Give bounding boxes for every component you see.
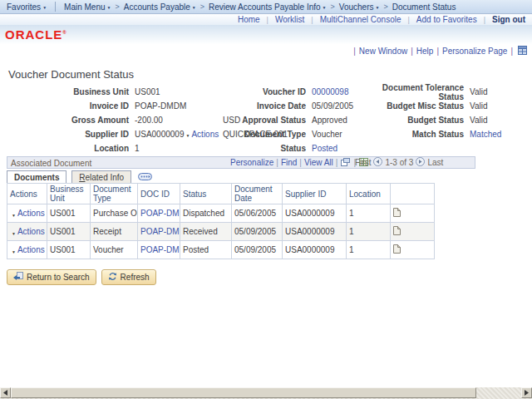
breadcrumb-review-ap-info[interactable]: Review Accounts Payable Info▼ bbox=[209, 2, 326, 12]
document-report-icon[interactable] bbox=[393, 209, 401, 219]
separator: | bbox=[484, 16, 485, 24]
add-to-favorites-link[interactable]: Add to Favorites bbox=[416, 15, 477, 24]
multichannel-console-link[interactable]: MultiChannel Console bbox=[320, 15, 401, 24]
personalize-link[interactable]: Personalize bbox=[230, 156, 273, 169]
supplier-actions-dropdown-icon[interactable]: ▼ bbox=[186, 133, 190, 138]
col-status: Status bbox=[180, 184, 232, 204]
view-all-link[interactable]: View All bbox=[304, 156, 333, 169]
row-actions-link[interactable]: Actions bbox=[17, 209, 45, 218]
col-doc-id: DOC ID bbox=[138, 184, 180, 204]
document-tolerance-status-value: Valid bbox=[470, 87, 488, 96]
return-to-search-icon bbox=[13, 272, 23, 283]
col-location: Location bbox=[347, 184, 391, 204]
section-header: Associated Document Personalize | Find |… bbox=[7, 156, 475, 169]
separator: | bbox=[436, 47, 439, 56]
footer-buttons: Return to Search Refresh bbox=[7, 269, 156, 285]
find-link[interactable]: Find bbox=[281, 156, 297, 169]
row-actions-dropdown-icon[interactable]: ▼ bbox=[12, 231, 16, 236]
voucher-id-link[interactable]: 00000098 bbox=[312, 87, 349, 96]
document-report-icon[interactable] bbox=[393, 246, 401, 255]
budget-misc-status-label: Budget Misc Status bbox=[361, 101, 464, 111]
status-link[interactable]: Posted bbox=[312, 144, 337, 153]
tab-related-info[interactable]: Related Info bbox=[71, 170, 131, 183]
help-link[interactable]: Help bbox=[416, 47, 434, 56]
grid-toolbar: Personalize | Find | View All | | bbox=[230, 157, 369, 168]
home-link[interactable]: Home bbox=[238, 15, 260, 24]
previous-row-icon[interactable] bbox=[373, 157, 382, 170]
breadcrumb-separator: > bbox=[331, 2, 335, 11]
doc-id-link[interactable]: POAP-DM bbox=[140, 245, 180, 254]
invoice-date-label: Invoice Date bbox=[226, 101, 306, 111]
approval-status-label: Approval Status bbox=[226, 116, 306, 125]
separator: | bbox=[276, 156, 278, 169]
doc-id-link[interactable]: POAP-DM bbox=[140, 209, 180, 218]
supplier-actions-link[interactable]: Actions bbox=[191, 130, 219, 139]
table-row: ▼Actions US001 Purchase Order POAP-DM Di… bbox=[7, 204, 435, 223]
fields-column-2: Voucher ID00000098 Invoice Date05/09/200… bbox=[226, 85, 366, 155]
cell-location: 1 bbox=[347, 204, 391, 223]
location-label: Location bbox=[7, 144, 129, 153]
business-unit-value: US001 bbox=[135, 87, 160, 96]
horizontal-scrollbar[interactable] bbox=[0, 387, 532, 399]
document-report-icon[interactable] bbox=[393, 228, 401, 237]
personalize-page-link[interactable]: Personalize Page bbox=[442, 47, 507, 56]
col-actions: Actions bbox=[7, 184, 47, 204]
pager-first-label[interactable]: First bbox=[355, 156, 371, 169]
gross-amount-label: Gross Amount bbox=[7, 116, 129, 125]
show-all-columns-icon[interactable] bbox=[138, 173, 152, 182]
breadcrumb-separator: > bbox=[383, 2, 387, 11]
associated-document-section: Associated Document Personalize | Find |… bbox=[7, 156, 475, 259]
cell-business-unit: US001 bbox=[47, 223, 91, 241]
chevron-down-icon: ▼ bbox=[42, 5, 47, 10]
cell-supplier-id: USA0000009 bbox=[283, 223, 347, 241]
cell-status: Posted bbox=[180, 241, 232, 259]
col-document-type: Document Type bbox=[91, 184, 138, 204]
favorites-menu[interactable]: Favorites▼ bbox=[7, 2, 47, 12]
scrollbar-thumb[interactable] bbox=[11, 387, 476, 398]
budget-misc-status-value: Valid bbox=[470, 101, 488, 111]
return-to-search-button[interactable]: Return to Search bbox=[7, 269, 96, 285]
cell-document-date: 05/09/2005 bbox=[232, 241, 283, 259]
personalize-layout-icon[interactable] bbox=[518, 46, 527, 57]
zoom-popup-icon[interactable] bbox=[341, 157, 350, 170]
pager-last-label[interactable]: Last bbox=[427, 156, 443, 169]
cell-status: Dispatched bbox=[180, 204, 232, 223]
utility-nav: Home | Worklist | MultiChannel Console |… bbox=[0, 14, 532, 25]
col-report-icon bbox=[391, 184, 435, 204]
budget-status-value: Valid bbox=[470, 116, 488, 125]
cell-location: 1 bbox=[347, 241, 391, 259]
separator: | bbox=[411, 47, 413, 56]
invoice-date-value: 05/09/2005 bbox=[312, 101, 353, 111]
scroll-left-button[interactable] bbox=[0, 387, 11, 398]
row-actions-dropdown-icon[interactable]: ▼ bbox=[12, 249, 16, 254]
scroll-right-button[interactable] bbox=[521, 387, 532, 398]
separator: | bbox=[311, 16, 313, 24]
cell-document-type: Purchase Order bbox=[91, 204, 138, 223]
chevron-down-icon: ▼ bbox=[376, 5, 380, 10]
cell-document-type: Voucher bbox=[91, 241, 138, 259]
row-actions-link[interactable]: Actions bbox=[17, 245, 45, 254]
sign-out-link[interactable]: Sign out bbox=[492, 15, 525, 24]
breadcrumb-main-menu[interactable]: Main Menu▼ bbox=[64, 2, 111, 12]
separator: | bbox=[299, 156, 302, 169]
col-supplier-id: Supplier ID bbox=[283, 184, 347, 204]
voucher-id-label: Voucher ID bbox=[226, 87, 306, 96]
row-actions-link[interactable]: Actions bbox=[17, 227, 45, 236]
cell-supplier-id: USA0000009 bbox=[283, 204, 347, 223]
match-status-link[interactable]: Matched bbox=[470, 130, 501, 139]
worklist-link[interactable]: Worklist bbox=[275, 15, 304, 24]
voucher-summary-fields: Business UnitUS001 Invoice IDPOAP-DMDM G… bbox=[0, 85, 532, 158]
divider bbox=[55, 2, 56, 12]
chevron-down-icon: ▼ bbox=[323, 5, 327, 10]
doc-id-link[interactable]: POAP-DM bbox=[140, 227, 180, 236]
row-actions-dropdown-icon[interactable]: ▼ bbox=[12, 213, 16, 218]
breadcrumb-vouchers[interactable]: Vouchers▼ bbox=[339, 2, 380, 12]
invoice-id-value: POAP-DMDM bbox=[135, 101, 186, 111]
pager-range: 1-3 of 3 bbox=[385, 156, 413, 169]
refresh-button[interactable]: Refresh bbox=[101, 269, 156, 285]
breadcrumb-accounts-payable[interactable]: Accounts Payable▼ bbox=[124, 2, 196, 12]
tab-documents[interactable]: Documents bbox=[7, 170, 66, 183]
new-window-link[interactable]: New Window bbox=[359, 47, 407, 56]
next-row-icon[interactable] bbox=[416, 157, 425, 170]
supplier-id-value: USA0000009 bbox=[135, 130, 185, 139]
